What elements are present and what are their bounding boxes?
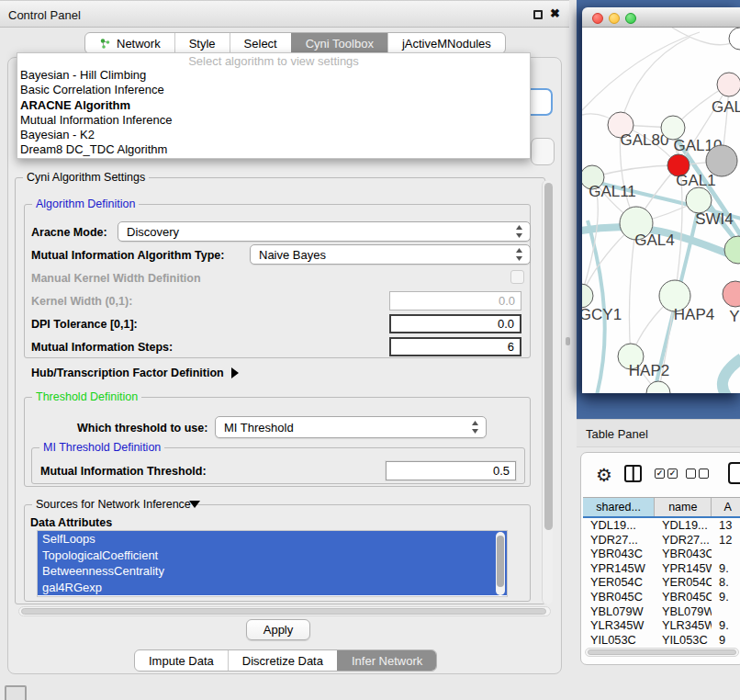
table-row[interactable]: YBR043CYBR043C [583, 547, 740, 561]
network-view-window[interactable]: GAL7GAL80GAL10GAL1GAL11SWI4GAL4GCY1HAP4Y… [582, 7, 740, 393]
stepper-arrows-icon [515, 248, 523, 261]
settings-vertical-scrollbar[interactable] [542, 180, 553, 604]
settings-horizontal-scrollbar[interactable] [18, 606, 551, 616]
table-rows: YDL19...YDL19...13YDR27...YDR27...12YBR0… [583, 518, 740, 644]
close-icon[interactable]: ✖ [550, 6, 560, 20]
tab-label: Infer Network [352, 654, 422, 668]
network-window-titlebar[interactable] [582, 7, 740, 28]
table-cell: 9. [712, 618, 740, 633]
table-cell: YPR145W [583, 561, 655, 576]
stepper-arrows-icon [471, 421, 479, 434]
table-cell: YBR043C [655, 547, 712, 561]
network-node-gcy1[interactable] [582, 284, 593, 308]
table-row[interactable]: YBL079WYBL079W [583, 604, 740, 619]
network-node[interactable] [729, 28, 740, 50]
network-node-gal7[interactable] [717, 73, 740, 96]
table-cell: YLR345W [583, 618, 655, 633]
table-row[interactable]: YER054CYER054C8. [583, 575, 740, 590]
table-panel-header[interactable]: Table Panel [577, 419, 740, 447]
column-header[interactable]: name [655, 498, 712, 516]
which-threshold-combo[interactable]: MI Threshold [215, 416, 487, 438]
attributes-list-scrollbar[interactable] [496, 532, 505, 595]
column-header[interactable]: A [712, 498, 740, 516]
network-node[interactable] [724, 236, 740, 264]
minimized-panel-icon[interactable] [5, 685, 27, 700]
tab-discretize-data[interactable]: Discretize Data [228, 650, 337, 671]
algorithm-option[interactable]: Mutual Information Inference [17, 113, 530, 128]
checked-checkbox-icon[interactable]: ✓ [667, 469, 678, 479]
dpi-tolerance-field[interactable]: 0.0 [389, 314, 521, 333]
algorithm-option[interactable]: ARACNE Algorithm [17, 98, 530, 113]
mi-threshold-field[interactable]: 0.5 [386, 461, 516, 480]
table-cell: YBR043C [583, 547, 655, 561]
table-row[interactable]: YIL053CYIL053C9 [583, 633, 740, 644]
collapse-arrow-icon[interactable] [189, 501, 200, 508]
unchecked-checkbox-icon[interactable] [686, 469, 696, 479]
document-icon[interactable] [728, 462, 740, 484]
table-row[interactable]: YDL19...YDL19...13 [583, 518, 740, 533]
manual-kernel-width-checkbox[interactable] [510, 270, 524, 284]
minimize-traffic-light-icon[interactable] [609, 13, 620, 24]
mi-algorithm-type-combo[interactable]: Naive Bayes [250, 244, 531, 265]
checked-checkbox-icon[interactable]: ✓ [655, 469, 665, 479]
unchecked-checkbox-icon[interactable] [699, 469, 709, 479]
data-attributes-list[interactable]: SelfLoopsTopologicalCoefficientBetweenne… [37, 530, 508, 597]
gear-icon[interactable]: ⚙ [596, 464, 612, 486]
network-canvas[interactable]: GAL7GAL80GAL10GAL1GAL11SWI4GAL4GCY1HAP4Y… [582, 28, 740, 393]
aracne-mode-combo[interactable]: Discovery [118, 221, 531, 242]
table-row[interactable]: YDR27...YDR27...12 [583, 533, 740, 548]
node-label: GCY1 [582, 306, 622, 323]
sources-title: Sources for Network Inference [32, 498, 195, 511]
data-attribute-item[interactable]: SelfLoops [38, 531, 507, 548]
table-cell: YIL053C [583, 633, 655, 644]
node-label: SWI4 [695, 210, 734, 228]
apply-button[interactable]: Apply [246, 619, 310, 640]
tab-label: Style [189, 37, 216, 51]
algorithm-option[interactable]: Bayesian - Hill Climbing [17, 68, 530, 83]
mi-steps-field[interactable]: 6 [389, 337, 521, 356]
float-window-icon[interactable] [533, 10, 543, 19]
close-traffic-light-icon[interactable] [592, 13, 603, 24]
algorithm-definition-title: Algorithm Definition [32, 198, 139, 210]
control-panel-tab-bar: NetworkStyleSelectCyni ToolboxjActiveMNo… [84, 32, 506, 54]
node-label: HAP4 [674, 306, 714, 323]
which-threshold-value: MI Threshold [224, 421, 294, 435]
kernel-width-field[interactable]: 0.0 [389, 291, 521, 310]
tab-style[interactable]: Style [174, 33, 230, 53]
algorithm-dropdown-items: Bayesian - Hill ClimbingBasic Correlatio… [17, 68, 530, 158]
data-column-combo[interactable] [531, 138, 555, 165]
table-cell: YDL19... [655, 518, 712, 533]
tab-cyni-toolbox[interactable]: Cyni Toolbox [291, 33, 387, 53]
columns-icon[interactable] [624, 465, 642, 482]
control-panel-titlebar[interactable]: Control Panel ✖ [0, 0, 569, 28]
tab-impute-data[interactable]: Impute Data [135, 650, 228, 671]
data-attribute-item[interactable]: TopologicalCoefficient [38, 548, 507, 564]
table-panel-body: ⚙ ✓ ✓ shared...nameA YDL19...YDL19...13Y… [580, 452, 740, 665]
tab-infer-network[interactable]: Infer Network [337, 650, 436, 671]
zoom-traffic-light-icon[interactable] [625, 13, 636, 24]
data-attribute-item[interactable]: BetweennessCentrality [38, 563, 507, 580]
tab-network[interactable]: Network [85, 33, 174, 53]
algorithm-option[interactable]: Dream8 DC_TDC Algorithm [17, 142, 530, 157]
table-row[interactable]: YBR045CYBR045C9. [583, 590, 740, 604]
column-header[interactable]: shared... [583, 498, 655, 516]
tab-label: Discretize Data [242, 654, 323, 668]
table-cell: YLR345W [655, 618, 712, 633]
data-attributes-label: Data Attributes [30, 516, 112, 529]
algorithm-option[interactable]: Basic Correlation Inference [17, 83, 530, 97]
tab-jactivemnodules[interactable]: jActiveMNodules [387, 33, 505, 53]
split-pane-handle[interactable] [566, 337, 570, 345]
tab-label: Select [244, 37, 277, 51]
tab-select[interactable]: Select [230, 33, 291, 53]
table-horizontal-scrollbar[interactable] [585, 648, 739, 657]
hub-definition-expander[interactable]: Hub/Transcription Factor Definition [31, 367, 239, 379]
node-table: shared...nameA YDL19...YDL19...13YDR27..… [583, 497, 740, 644]
algorithm-option[interactable]: Bayesian - K2 [17, 128, 530, 142]
table-row[interactable]: YPR145WYPR145W9. [583, 561, 740, 576]
algorithm-dropdown-list: Select algorithm to view settings Bayesi… [17, 52, 531, 159]
network-node-swi4[interactable] [686, 187, 712, 213]
tab-label: jActiveMNodules [402, 37, 491, 51]
data-attribute-item[interactable]: gal4RGexp [38, 580, 507, 596]
table-row[interactable]: YLR345WYLR345W9. [583, 618, 740, 633]
network-node-y[interactable] [723, 281, 740, 307]
